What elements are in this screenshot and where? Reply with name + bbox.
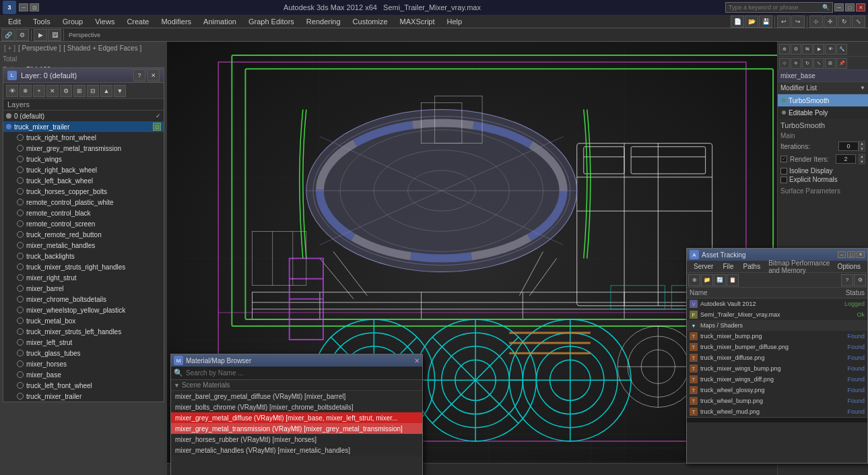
rp-rotate-icon[interactable]: ↻ (802, 58, 813, 69)
layer-vis-icon-21[interactable] (17, 339, 24, 346)
iterations-up[interactable]: ▲ (859, 141, 865, 146)
at-scrollbar[interactable] (687, 417, 867, 422)
mb-material-item-2[interactable]: mixer_grey_metal_diffuse (VRayMtl) [mixe… (171, 412, 422, 423)
layer-vis-icon-12[interactable] (17, 242, 24, 249)
explicit-normals-checkbox[interactable] (780, 177, 787, 183)
tb-select-btn[interactable]: ⊹ (809, 15, 823, 28)
at-menu-server[interactable]: Server (690, 261, 717, 272)
menu-create[interactable]: Create (121, 15, 154, 28)
layer-vis-icon-13[interactable] (17, 253, 24, 259)
at-btn-4[interactable]: 📋 (727, 274, 739, 286)
layer-item-22[interactable]: truck_glass_tubes (3, 348, 164, 358)
layer-vis-icon-8[interactable] (17, 199, 24, 205)
at-minimize-btn[interactable]: ─ (838, 251, 846, 258)
layer-vis-icon-7[interactable] (17, 188, 24, 195)
menu-customize[interactable]: Customize (347, 15, 393, 28)
layer-item-26[interactable]: truck_mixer_trailer (3, 391, 164, 402)
layer-item-17[interactable]: mixer_chrome_boltsdetails (3, 294, 164, 305)
tb-undo-btn[interactable]: ↩ (777, 15, 791, 28)
tb-angle-snap-btn[interactable]: ⚙ (15, 29, 29, 41)
mb-material-item-3[interactable]: mixer_grey_metal_transmission (VRayMtl) … (171, 423, 422, 434)
at-menu-options[interactable]: Options (834, 261, 865, 272)
layer-item-8[interactable]: remote_control_plastic_white (3, 197, 164, 208)
maximize-window-btn[interactable]: □ (845, 3, 855, 11)
layer-vis-icon-19[interactable] (17, 317, 24, 324)
menu-views[interactable]: Views (90, 15, 120, 28)
layer-expand-1[interactable]: □ (153, 123, 161, 131)
rp-move-icon[interactable]: ✛ (791, 58, 801, 69)
menu-help[interactable]: Help (442, 15, 468, 28)
rp-extra-icon[interactable]: ⊞ (825, 58, 836, 69)
render-iters-down[interactable]: ▼ (859, 159, 865, 164)
tb-scale-btn[interactable]: ⤡ (852, 15, 865, 28)
at-item-6[interactable]: Ttruck_mixer_wings_bump.pngFound (687, 363, 867, 374)
menu-graph-editors[interactable]: Graph Editors (243, 15, 300, 28)
layer-item-0[interactable]: 0 (default)✓ (3, 110, 164, 121)
at-close-btn[interactable]: ✕ (857, 251, 865, 258)
mb-material-item-1[interactable]: mixer_bolts_chrome (VRayMtl) [mixer_chro… (171, 402, 422, 412)
layer-item-15[interactable]: mixer_right_strut (3, 272, 164, 283)
layer-vis-icon-23[interactable] (17, 360, 24, 367)
menu-edit[interactable]: Edit (3, 15, 26, 28)
at-btn-3[interactable]: 🔄 (714, 274, 726, 286)
lp-settings-btn[interactable]: ⚙ (60, 85, 72, 97)
layer-panel-help-btn[interactable]: ? (133, 69, 145, 82)
layer-item-7[interactable]: truck_horses_copper_bolts (3, 186, 164, 197)
layer-vis-icon-3[interactable] (17, 145, 24, 152)
layer-vis-icon-22[interactable] (17, 350, 24, 356)
layer-vis-icon-25[interactable] (17, 382, 24, 389)
rp-select-icon[interactable]: ⊹ (779, 58, 790, 69)
at-btn-1[interactable]: ⊕ (688, 274, 700, 286)
layer-vis-icon-20[interactable] (17, 328, 24, 335)
mb-search-input[interactable] (186, 369, 420, 377)
mb-material-item-5[interactable]: mixer_metalic_handles (VRayMtl) [mixer_m… (171, 445, 422, 455)
menu-rendering[interactable]: Rendering (301, 15, 346, 28)
at-btn-2[interactable]: 📁 (701, 274, 713, 286)
menu-group[interactable]: Group (57, 15, 89, 28)
layer-item-3[interactable]: mixer_grey_metal_transmission (3, 143, 164, 154)
rp-modify-btn[interactable]: ⚙ (791, 44, 801, 55)
menu-modifiers[interactable]: Modifiers (156, 15, 197, 28)
layer-panel-close-btn[interactable]: ✕ (147, 69, 160, 82)
tb-save-btn[interactable]: 💾 (759, 15, 772, 28)
render-iters-up[interactable]: ▲ (859, 154, 865, 159)
layer-vis-icon-6[interactable] (17, 177, 24, 184)
layer-item-20[interactable]: truck_mixer_struts_left_handles (3, 326, 164, 337)
at-item-0[interactable]: VAutodesk Vault 2012Logged (687, 298, 867, 309)
restore-btn[interactable]: ⊡ (30, 3, 39, 11)
iterations-input[interactable] (838, 141, 859, 151)
layer-vis-icon-14[interactable] (17, 263, 24, 270)
layer-vis-icon-2[interactable] (17, 134, 24, 141)
layer-vis-icon-26[interactable] (17, 393, 24, 400)
tb-rotate-btn[interactable]: ↻ (838, 15, 851, 28)
layer-vis-icon-24[interactable] (17, 371, 24, 378)
layer-item-10[interactable]: remote_control_screen (3, 218, 164, 229)
tb-new-btn[interactable]: 📄 (731, 15, 744, 28)
at-item-9[interactable]: Ttruck_wheel_bump.pngFound (687, 395, 867, 406)
tb-snaps-btn[interactable]: 🔗 (1, 29, 15, 41)
mb-material-item-4[interactable]: mixer_horses_rubber (VRayMtl) [mixer_hor… (171, 434, 422, 445)
layer-item-21[interactable]: mixer_left_strut (3, 337, 164, 348)
menu-tools[interactable]: Tools (28, 15, 56, 28)
at-item-3[interactable]: Ttruck_mixer_bump.pngFound (687, 331, 867, 342)
at-settings-btn[interactable]: ⚙ (854, 274, 866, 286)
rp-scale-icon[interactable]: ⤡ (813, 58, 824, 69)
menu-maxscript[interactable]: MAXScript (395, 15, 440, 28)
at-item-8[interactable]: Ttruck_wheel_glossy.pngFound (687, 385, 867, 395)
modifier-turbosmooth[interactable]: TurboSmooth (778, 94, 868, 106)
mb-material-item-0[interactable]: mixer_barel_grey_metal_diffuse (VRayMtl)… (171, 391, 422, 402)
render-iters-input[interactable] (836, 154, 856, 164)
lp-hide-btn[interactable]: 👁 (6, 85, 18, 97)
layer-item-9[interactable]: remote_control_black (3, 208, 164, 218)
at-item-5[interactable]: Ttruck_mixer_diffuse.pngFound (687, 352, 867, 363)
rp-hierarchy-btn[interactable]: ⇋ (802, 44, 813, 55)
layer-item-24[interactable]: mixer_base (3, 369, 164, 380)
keyword-search[interactable] (729, 4, 822, 11)
at-menu-file[interactable]: File (719, 261, 737, 272)
layer-vis-icon-15[interactable] (17, 274, 24, 281)
layer-item-12[interactable]: mixer_metalic_handles (3, 240, 164, 251)
layer-vis-icon-11[interactable] (17, 231, 24, 238)
at-help-btn[interactable]: ? (841, 274, 853, 286)
tb-move-btn[interactable]: ✛ (824, 15, 837, 28)
rp-pin-icon[interactable]: 📌 (836, 58, 847, 69)
